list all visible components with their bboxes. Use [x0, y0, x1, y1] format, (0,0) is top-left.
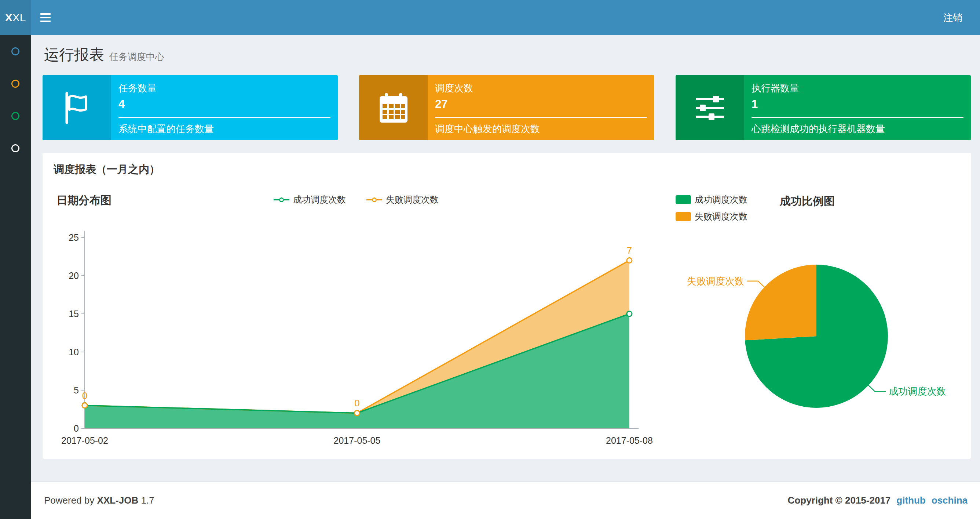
github-link[interactable]: github [896, 495, 925, 506]
line-series-marker-icon [274, 198, 290, 202]
legend-label: 失败调度次数 [695, 211, 748, 222]
info-box-description: 调度中心触发的调度次数 [435, 123, 647, 136]
date-distribution-chart: 日期分布图 成功调度次数 失败调度次数 05101520252017-05-02… [54, 193, 659, 452]
powered-by: Powered by XXL-JOB 1.7 [44, 495, 154, 506]
svg-text:0: 0 [74, 423, 79, 433]
sidebar-item-report[interactable] [0, 35, 31, 67]
sidebar-item-jobs[interactable] [0, 67, 31, 100]
product-name: XXL-JOB [97, 495, 138, 506]
legend-label: 失败调度次数 [386, 194, 439, 206]
pie-chart-legend: 成功调度次数 失败调度次数 [676, 194, 748, 222]
svg-text:失败调度次数: 失败调度次数 [687, 276, 744, 287]
svg-text:20: 20 [68, 270, 79, 281]
svg-text:成功调度次数: 成功调度次数 [889, 386, 946, 397]
footer: Powered by XXL-JOB 1.7 Copyright © 2015-… [31, 482, 980, 519]
sidebar-toggle-button[interactable] [40, 0, 57, 35]
svg-text:2017-05-02: 2017-05-02 [61, 435, 108, 446]
logo-bold: X [5, 11, 13, 24]
pie-chart-header: 成功调度次数 失败调度次数 成功比例图 [659, 193, 959, 222]
success-ratio-chart: 成功调度次数 失败调度次数 成功比例图 成功调度次数失败调度次数 [659, 193, 959, 452]
line-series-marker-icon [366, 198, 382, 202]
svg-text:10: 10 [68, 347, 79, 357]
page-subtitle: 任务调度中心 [109, 51, 164, 63]
progress-bar [751, 117, 964, 118]
footer-right: Copyright © 2015-2017 github oschina [788, 495, 967, 506]
progress-bar [118, 117, 331, 118]
legend-label: 成功调度次数 [695, 194, 748, 206]
flag-icon [43, 75, 111, 140]
svg-text:2017-05-08: 2017-05-08 [606, 435, 653, 446]
info-box-description: 心跳检测成功的执行器机器数量 [751, 123, 964, 136]
swatch-icon [676, 212, 691, 221]
info-box-title: 任务数量 [118, 82, 331, 95]
sidebar-item-executors[interactable] [0, 100, 31, 132]
content-area: 运行报表 任务调度中心 任务数量 4 系统中配置的任务数量 [31, 35, 980, 482]
logout-link[interactable]: 注销 [938, 0, 967, 35]
product-version: 1.7 [141, 495, 154, 506]
page-title: 运行报表 [44, 45, 104, 65]
info-box-value: 1 [751, 97, 964, 111]
powered-by-text: Powered by [44, 495, 94, 506]
info-box-content: 调度次数 27 调度中心触发的调度次数 [428, 75, 654, 140]
circle-icon [11, 47, 19, 56]
svg-text:2017-05-05: 2017-05-05 [334, 435, 381, 446]
svg-text:15: 15 [68, 309, 79, 319]
oschina-link[interactable]: oschina [932, 495, 967, 506]
legend-item-success[interactable]: 成功调度次数 [676, 194, 748, 206]
pie-chart-title: 成功比例图 [780, 194, 835, 209]
circle-icon [11, 80, 19, 88]
pie-chart-canvas[interactable]: 成功调度次数失败调度次数 [659, 222, 959, 435]
info-box-value: 4 [118, 97, 331, 111]
legend-item-fail[interactable]: 失败调度次数 [676, 211, 748, 222]
circle-icon [11, 112, 19, 120]
progress-bar [435, 117, 647, 118]
sidebar [0, 35, 31, 519]
swatch-icon [676, 195, 691, 204]
info-box-trigger-count: 调度次数 27 调度中心触发的调度次数 [359, 75, 654, 140]
info-box-content: 任务数量 4 系统中配置的任务数量 [111, 75, 338, 140]
info-box-content: 执行器数量 1 心跳检测成功的执行器机器数量 [744, 75, 971, 140]
app-logo[interactable]: XXL [0, 0, 31, 35]
logo-rest: XL [13, 11, 26, 24]
info-box-title: 执行器数量 [751, 82, 964, 95]
calendar-icon [359, 75, 428, 140]
svg-text:25: 25 [68, 232, 79, 243]
svg-text:5: 5 [74, 385, 79, 395]
legend-item-success[interactable]: 成功调度次数 [274, 194, 346, 206]
svg-text:0: 0 [354, 398, 360, 409]
charts-row: 日期分布图 成功调度次数 失败调度次数 05101520252017-05-02… [54, 193, 960, 452]
sidebar-item-help[interactable] [0, 132, 31, 164]
top-navbar: XXL 注销 [0, 0, 980, 35]
page-header: 运行报表 任务调度中心 [43, 45, 971, 65]
sliders-icon [676, 75, 744, 140]
info-box-description: 系统中配置的任务数量 [118, 123, 331, 136]
info-box-value: 27 [435, 97, 647, 111]
line-chart-legend: 成功调度次数 失败调度次数 [54, 194, 659, 206]
svg-text:0: 0 [82, 390, 87, 401]
circle-icon [11, 144, 19, 152]
line-chart-canvas[interactable]: 05101520252017-05-022017-05-052017-05-08… [54, 208, 659, 450]
info-box-title: 调度次数 [435, 82, 647, 95]
copyright-text: Copyright © 2015-2017 [788, 495, 891, 506]
report-panel: 调度报表（一月之内） 日期分布图 成功调度次数 失败调度次数 051015202… [43, 153, 971, 459]
panel-title: 调度报表（一月之内） [54, 162, 960, 177]
summary-boxes: 任务数量 4 系统中配置的任务数量 [43, 75, 971, 140]
hamburger-icon [40, 13, 51, 15]
info-box-executor-count: 执行器数量 1 心跳检测成功的执行器机器数量 [676, 75, 971, 140]
legend-label: 成功调度次数 [293, 194, 346, 206]
legend-item-fail[interactable]: 失败调度次数 [366, 194, 439, 206]
info-box-job-count: 任务数量 4 系统中配置的任务数量 [43, 75, 338, 140]
svg-text:7: 7 [627, 245, 632, 256]
